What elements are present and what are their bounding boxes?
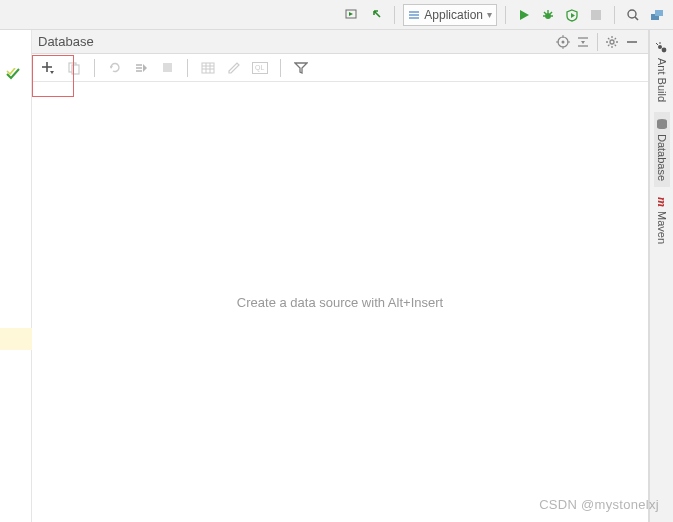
side-tab-ant[interactable]: Ant Build: [654, 36, 670, 108]
svg-line-34: [608, 44, 609, 45]
svg-point-27: [610, 40, 614, 44]
debug-button[interactable]: [538, 5, 558, 25]
duplicate-icon[interactable]: [64, 58, 84, 78]
run-target-icon[interactable]: [342, 5, 362, 25]
svg-rect-2: [409, 11, 419, 13]
edit-icon[interactable]: [224, 58, 244, 78]
side-tab-label: Database: [656, 134, 668, 181]
separator: [394, 6, 395, 24]
table-view-icon[interactable]: [198, 58, 218, 78]
project-structure-icon[interactable]: [647, 5, 667, 25]
run-button[interactable]: [514, 5, 534, 25]
panel-title: Database: [38, 34, 553, 49]
svg-point-19: [562, 40, 565, 43]
svg-marker-52: [295, 63, 307, 73]
side-tab-label: Ant Build: [656, 58, 668, 102]
console-icon[interactable]: QL: [250, 58, 270, 78]
svg-line-35: [615, 38, 616, 39]
stop-icon: [157, 58, 177, 78]
separator: [597, 33, 598, 51]
svg-marker-39: [50, 71, 54, 74]
target-icon[interactable]: [553, 32, 573, 52]
svg-marker-12: [571, 13, 575, 18]
add-button[interactable]: [38, 58, 58, 78]
svg-line-11: [550, 12, 552, 14]
svg-rect-3: [409, 14, 419, 16]
separator: [614, 6, 615, 24]
svg-point-14: [628, 10, 636, 18]
gutter-highlight: [0, 328, 32, 350]
svg-text:QL: QL: [255, 64, 264, 72]
svg-rect-45: [202, 63, 214, 73]
svg-point-54: [661, 48, 666, 53]
refresh-icon[interactable]: [105, 58, 125, 78]
search-everywhere-icon[interactable]: [623, 5, 643, 25]
svg-marker-1: [349, 12, 353, 16]
side-tab-maven[interactable]: m Maven: [652, 191, 672, 250]
side-tab-label: Maven: [656, 211, 668, 244]
watermark: CSDN @mystonelxj: [539, 497, 659, 512]
separator: [187, 59, 188, 77]
separator: [505, 6, 506, 24]
svg-rect-36: [627, 41, 637, 43]
svg-marker-25: [581, 41, 585, 44]
svg-point-53: [658, 45, 662, 49]
svg-line-33: [615, 44, 616, 45]
empty-hint: Create a data source with Alt+Insert: [237, 295, 443, 310]
svg-rect-41: [72, 65, 79, 74]
rerun-icon[interactable]: [366, 5, 386, 25]
chevron-down-icon: ▾: [487, 9, 492, 20]
settings-icon[interactable]: [602, 32, 622, 52]
svg-line-10: [544, 12, 546, 14]
collapse-icon[interactable]: [573, 32, 593, 52]
coverage-button[interactable]: [562, 5, 582, 25]
svg-rect-44: [163, 63, 172, 72]
sync-schema-icon[interactable]: [131, 58, 151, 78]
run-configuration-selector[interactable]: Application ▾: [403, 4, 497, 26]
svg-rect-13: [591, 10, 601, 20]
separator: [280, 59, 281, 77]
run-config-label: Application: [424, 8, 483, 22]
filter-icon[interactable]: [291, 58, 311, 78]
svg-rect-4: [409, 17, 419, 19]
minimize-icon[interactable]: [622, 32, 642, 52]
svg-line-32: [608, 38, 609, 39]
stop-button: [586, 5, 606, 25]
svg-rect-17: [655, 10, 663, 16]
separator: [94, 59, 95, 77]
side-tab-database[interactable]: Database: [654, 112, 670, 187]
svg-marker-5: [520, 10, 529, 20]
checkmark-icon: [6, 68, 31, 80]
svg-line-55: [656, 43, 658, 45]
svg-line-15: [635, 17, 638, 20]
svg-marker-43: [143, 64, 147, 72]
